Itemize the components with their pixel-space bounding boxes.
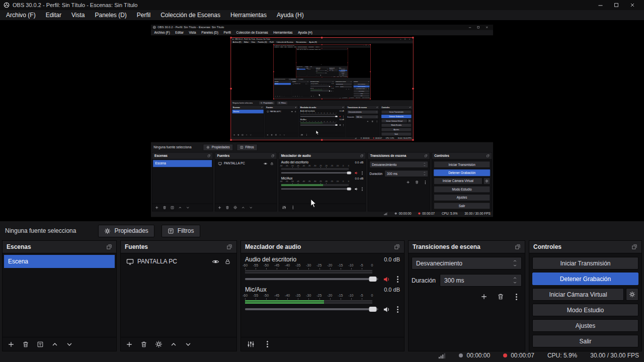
obs-window: OBS 30.0.2 - Perfil: Sin Título - Escena…	[0, 0, 644, 362]
combo-arrows-icon	[513, 259, 517, 267]
mixer-menu-kebab-icon[interactable]	[265, 341, 270, 347]
selection-handle	[370, 71, 371, 72]
menu-item-ayuda[interactable]: Ayuda (H)	[272, 10, 309, 20]
popout-icon[interactable]	[631, 244, 637, 250]
volume-slider[interactable]	[245, 278, 378, 280]
volume-slider[interactable]	[245, 308, 378, 310]
popout-icon[interactable]	[394, 244, 400, 250]
preview-canvas[interactable]: OBS 30.0.2 - Perfil: Sin Título - Escena…	[0, 20, 644, 221]
studio-mode-button[interactable]: Modo Estudio	[532, 304, 638, 316]
settings-button[interactable]: Ajustes	[532, 319, 638, 332]
start-virtual-camera-button[interactable]: Iniciar Cámara Virtual	[532, 288, 624, 301]
selection-handle	[348, 77, 348, 77]
channel-desktop-audio: Audio del escritorio 0.0 dB -60-55-50-45…	[241, 253, 404, 284]
source-item-pantalla-pc[interactable]: PANTALLA PC	[122, 255, 235, 268]
stop-recording-button[interactable]: Detener Grabación	[532, 273, 638, 285]
move-scene-up-button[interactable]	[51, 341, 58, 348]
preview-source-pantalla-pc: OBS 30.0.2 - Perfil: Sin Título - Escena…	[151, 25, 493, 217]
start-streaming-button[interactable]: Iniciar Transmisión	[532, 257, 638, 269]
scene-name: Escena	[8, 258, 28, 265]
popout-icon[interactable]	[106, 244, 112, 250]
popout-icon[interactable]	[515, 244, 521, 250]
scenes-list: Escena	[3, 253, 116, 337]
lock-icon[interactable]	[224, 258, 231, 265]
menu-item-vista[interactable]: Vista	[66, 10, 90, 20]
duration-spinbox[interactable]: 300 ms	[440, 274, 522, 287]
close-button[interactable]	[624, 0, 640, 10]
remove-transition-button[interactable]	[497, 293, 504, 300]
volume-scale-ticks	[245, 268, 372, 269]
volume-row	[245, 306, 400, 312]
stream-timer: 00:00:00	[459, 352, 490, 359]
gear-icon	[104, 228, 111, 234]
selection-handle	[348, 48, 348, 48]
volume-meter	[245, 300, 372, 304]
exit-button[interactable]: Salir	[532, 335, 638, 347]
add-source-button[interactable]	[126, 341, 133, 348]
move-source-up-button[interactable]	[170, 341, 177, 348]
menu-item-editar[interactable]: Editar	[41, 10, 66, 20]
duration-row: Duración 300 ms	[412, 274, 522, 287]
add-scene-button[interactable]	[8, 341, 15, 348]
remove-scene-button[interactable]	[22, 341, 29, 348]
menu-item-paneles[interactable]: Paneles (D)	[90, 10, 132, 20]
selection-handle	[273, 71, 274, 72]
speaker-icon[interactable]	[383, 306, 390, 313]
properties-label: Propiedades	[114, 227, 148, 234]
obs-window: OBS 30.0.2 - Perfil: Sin Título - Escena…	[274, 44, 370, 99]
advanced-audio-properties-icon[interactable]	[247, 340, 255, 348]
transition-select[interactable]: Desvanecimiento	[412, 257, 522, 269]
status-bar: 00:00:00 00:00:07 CPU: 5.9% 30.00 / 30.0…	[0, 349, 644, 362]
controls-dock-header: Controles	[529, 241, 641, 253]
move-scene-down-button[interactable]	[66, 341, 73, 348]
menu-item-archivo[interactable]: Archivo (F)	[1, 10, 41, 20]
selection-handle	[412, 87, 414, 89]
sources-list: PANTALLA PC	[121, 253, 236, 337]
transition-selected-value: Desvanecimiento	[416, 260, 462, 267]
channel-header: Audio del escritorio 0.0 dB	[245, 256, 400, 263]
properties-button[interactable]: Propiedades	[98, 225, 154, 237]
preview-screen-capture: OBS 30.0.2 - Perfil: Sin Título - Escena…	[274, 44, 370, 99]
move-source-down-button[interactable]	[185, 341, 192, 348]
transitions-body: Desvanecimiento Duración 300 ms	[409, 253, 525, 351]
channel-header: Mic/Aux 0.0 dB	[245, 286, 400, 293]
virtual-camera-row: Iniciar Cámara Virtual	[532, 288, 638, 301]
source-properties-gear-icon[interactable]	[155, 340, 163, 348]
channel-menu-kebab-icon[interactable]	[395, 276, 400, 283]
selection-handle	[321, 77, 322, 77]
channel-menu-kebab-icon[interactable]	[395, 306, 400, 313]
transitions-title: Transiciones de escena	[413, 243, 480, 250]
visibility-eye-icon[interactable]	[212, 258, 219, 265]
filters-button[interactable]: Filtros	[162, 225, 200, 237]
scene-item-escena[interactable]: Escena	[4, 255, 115, 268]
menu-item-herramientas[interactable]: Herramientas	[225, 10, 272, 20]
volume-slider-handle[interactable]	[369, 277, 377, 282]
transitions-dock-header: Transiciones de escena	[409, 241, 525, 253]
context-bar: Ninguna fuente selecciona Propiedades Fi…	[0, 221, 644, 240]
menu-item-perfil[interactable]: Perfil	[132, 10, 155, 20]
add-transition-button[interactable]	[480, 293, 488, 300]
mute-speaker-icon[interactable]	[383, 276, 390, 283]
selection-handle	[296, 62, 296, 63]
scenes-dock-header: Escenas	[3, 241, 116, 253]
no-source-selected-label: Ninguna fuente selecciona	[5, 227, 76, 234]
mixer-title: Mezclador de audio	[245, 243, 301, 250]
channel-name: Mic/Aux	[245, 286, 267, 293]
transition-menu-kebab-icon[interactable]	[514, 294, 519, 300]
network-signal-icon	[438, 352, 446, 359]
menu-item-coleccion-de-escenas[interactable]: Colección de Escenas	[155, 10, 225, 20]
window-title: OBS 30.0.2 - Perfil: Sin Título - Escena…	[13, 2, 137, 8]
scene-filters-icon[interactable]	[37, 341, 44, 348]
selection-handle	[321, 44, 323, 45]
transitions-buttons	[412, 293, 522, 300]
virtual-camera-settings-gear-icon[interactable]	[626, 288, 638, 301]
maximize-button[interactable]	[608, 0, 624, 10]
selection-handle	[348, 62, 348, 63]
audio-mixer-dock: Mezclador de audio Audio del escritorio …	[240, 240, 405, 351]
volume-meter	[245, 270, 372, 274]
spinbox-arrows-icon[interactable]	[513, 277, 517, 284]
volume-slider-handle[interactable]	[369, 307, 377, 312]
minimize-button[interactable]	[592, 0, 608, 10]
popout-icon[interactable]	[226, 244, 232, 250]
remove-source-button[interactable]	[140, 341, 147, 348]
